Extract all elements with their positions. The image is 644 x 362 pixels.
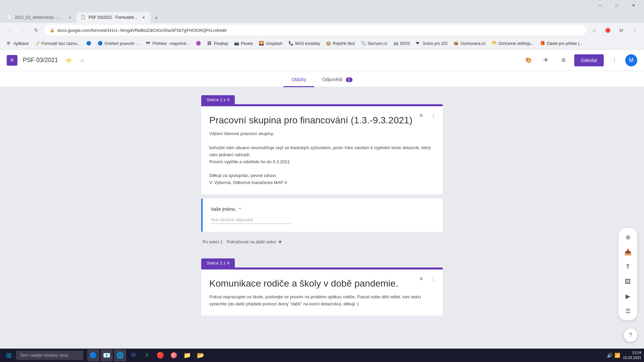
bookmark-label: Ochranné obličeju... <box>498 41 534 46</box>
bookmark-seznam[interactable]: 🔍 Seznam.cz <box>358 40 390 48</box>
bookmark-rejstrik[interactable]: 🏫 Rejstřík škol <box>323 40 357 48</box>
bookmark-3[interactable]: 🔵 <box>84 40 94 48</box>
header-actions: 🎨 👁 ⚙ Odeslat ⋮ M <box>522 54 637 67</box>
taskbar-app-word[interactable]: W <box>127 349 140 361</box>
bookmarks-bar: ⚙ Aplikace 📝 Formulář bez názvu... 🔵 🔵 O… <box>0 38 644 50</box>
section1-group: Sekce 1 z 4 ✕ ⋮ Pracovní skupina pro fin… <box>201 95 443 248</box>
outlook-icon: 📧 <box>103 352 110 359</box>
bookmark-5[interactable]: 🟣 <box>193 40 204 48</box>
bookmark-uschovana[interactable]: 📦 Úschovana.cz <box>451 40 488 48</box>
bookmark-icon: 🚌 <box>393 41 399 46</box>
bookmark-label: Aplikace <box>13 41 29 46</box>
bookmark-label: MAS kontakty <box>295 41 320 46</box>
bookmark-pexels[interactable]: 📷 Pexels <box>231 40 256 48</box>
bookmark-button[interactable]: ☆ <box>589 25 600 36</box>
bookmark-icon: ⚙ <box>7 41 12 46</box>
taskbar-search[interactable] <box>16 351 83 360</box>
profile-button[interactable]: M <box>616 25 627 36</box>
image-icon: 🖼 <box>625 278 631 285</box>
more-options2-button[interactable]: ⋮ <box>428 274 439 284</box>
taskbar-app-teams[interactable]: 🔵 <box>87 349 99 361</box>
body-line-3: Prosím vyplňte a odešlete ho do 9.3.2021… <box>209 159 435 166</box>
bookmark-unsplash[interactable]: 🌄 Unsplash <box>256 40 285 48</box>
section1-info-card: ✕ ⋮ Pracovní skupina pro financování (1.… <box>201 104 443 194</box>
reload-button[interactable]: ↻ <box>31 25 42 36</box>
section2-body-text: Pokud nepracujete ve škole, podívejte se… <box>209 294 435 308</box>
address-input[interactable]: 🔒 docs.google.com/forms/d/1Hx1--NmgdVReB… <box>44 25 586 36</box>
tab-responses[interactable]: Odpovědi 5 <box>314 73 361 87</box>
bookmark-formular[interactable]: 📝 Formulář bez názvu... <box>32 40 83 48</box>
add-title-button[interactable]: T <box>621 260 635 274</box>
bookmark-prehled[interactable]: 🗺 Přehled - maporick... <box>143 40 193 48</box>
add-question-button[interactable]: ⊕ <box>621 231 635 244</box>
tab2-close[interactable]: ✕ <box>141 15 146 20</box>
preview-button[interactable]: 👁 <box>539 54 553 67</box>
taskbar-right: 🔊 📶 13:24 15.03.2021 <box>607 350 641 361</box>
network-icon[interactable]: 📶 <box>614 353 620 358</box>
video-icon: ▶ <box>626 293 630 300</box>
more-options-button[interactable]: ⋮ <box>428 110 439 121</box>
body-line-5: V. Výborná, Odborná manažerka MAP II <box>209 179 435 186</box>
start-button[interactable]: ⊞ <box>3 350 15 361</box>
collapse2-button[interactable]: ✕ <box>416 274 427 284</box>
add-section-button[interactable]: ☰ <box>621 304 635 318</box>
star-icon-button[interactable]: ☆ <box>77 55 88 66</box>
tab1-close[interactable]: ✕ <box>67 15 72 20</box>
bookmark-darek[interactable]: 🎁 Dárek pro přítele |... <box>537 40 585 48</box>
bookmark-overeni[interactable]: 🔵 Ověření pravosti -... <box>95 40 142 48</box>
bookmark-ochranne[interactable]: 😷 Ochranné obličeju... <box>489 40 537 48</box>
bookmark-icon: 🗺 <box>146 41 151 46</box>
send-button[interactable]: Odeslat <box>574 54 604 66</box>
user-avatar[interactable]: M <box>625 54 637 66</box>
bookmark-icon: 📞 <box>288 41 294 46</box>
bookmark-label: Formulář bez názvu... <box>41 41 80 46</box>
bookmark-srdce[interactable]: ❤ Srdce pro IZS <box>413 40 450 48</box>
taskbar-app-folder1[interactable]: 📁 <box>181 349 193 361</box>
back-button[interactable]: ← <box>4 25 15 36</box>
section-icon: ☰ <box>625 307 631 315</box>
add-video-button[interactable]: ▶ <box>621 290 635 303</box>
sound-icon[interactable]: 🔊 <box>607 353 612 358</box>
close-button[interactable]: ✕ <box>626 0 641 11</box>
folder2-icon: 📂 <box>197 352 204 359</box>
bookmark-mas[interactable]: 📞 MAS kontakty <box>286 40 323 48</box>
taskbar-app-chrome[interactable]: 🌐 <box>114 349 126 361</box>
bookmark-icon: 🔵 <box>86 41 92 46</box>
taskbar-app-red[interactable]: 🔴 <box>154 349 166 361</box>
minimize-button[interactable]: ─ <box>592 0 608 11</box>
taskbar-app-outlook[interactable]: 📧 <box>101 349 113 361</box>
taskbar-clock[interactable]: 13:24 15.03.2021 <box>623 350 641 361</box>
add-question-icon: ⊕ <box>626 234 631 241</box>
settings-button[interactable]: ⚙ <box>557 54 570 67</box>
browser-tab-1[interactable]: 📄 2021_03_elektronicky – Disk Goo... ✕ <box>3 12 76 23</box>
main-content: Sekce 1 z 4 ✕ ⋮ Pracovní skupina pro fin… <box>0 87 644 349</box>
palette-button[interactable]: 🎨 <box>522 54 535 67</box>
footer-dropdown[interactable]: Pokračovat na další sekci ▾ <box>227 239 281 245</box>
folder-icon-button[interactable]: 📁 <box>63 55 74 66</box>
collapse-button[interactable]: ✕ <box>416 110 427 121</box>
taskbar-app-target[interactable]: 🎯 <box>168 349 180 361</box>
maximize-button[interactable]: □ <box>609 0 625 11</box>
app-header: ≡ PSF 03/2021 📁 ☆ 🎨 👁 ⚙ Odeslat ⋮ M <box>0 50 644 71</box>
bookmark-icon: 🎁 <box>540 41 545 46</box>
browser-tab-2[interactable]: 📋 PSF 03/2021 - Formuláře Google ✕ <box>76 12 150 23</box>
taskbar-app-folder2[interactable]: 📂 <box>195 349 207 361</box>
bookmark-pixabay[interactable]: 🖼 Pixabay <box>205 40 231 48</box>
bookmark-idos[interactable]: 🚌 IDOS <box>391 40 413 48</box>
new-tab-button[interactable]: + <box>152 13 161 23</box>
add-image-button[interactable]: 🖼 <box>621 275 635 288</box>
bookmark-label: Dárek pro přítele |... <box>547 41 582 46</box>
help-button[interactable]: ? <box>624 328 637 342</box>
forward-button[interactable]: → <box>17 25 28 36</box>
taskbar-app-excel[interactable]: X <box>141 349 153 361</box>
card-actions: ✕ ⋮ <box>416 110 439 121</box>
extensions-button[interactable]: 🔴 <box>602 25 613 36</box>
import-button[interactable]: 📥 <box>621 245 635 259</box>
browser-menu-button[interactable]: ⋮ <box>629 25 640 36</box>
body-line-1: Vážení členové pracovní skupiny, <box>209 130 435 137</box>
bookmark-aplikace[interactable]: ⚙ Aplikace <box>4 40 31 48</box>
tab-questions[interactable]: Otázky <box>283 73 314 87</box>
question1-input-placeholder[interactable]: Text stručné odpovědi <box>211 217 291 224</box>
more-button[interactable]: ⋮ <box>608 54 621 67</box>
tab2-favicon: 📋 <box>80 15 86 20</box>
